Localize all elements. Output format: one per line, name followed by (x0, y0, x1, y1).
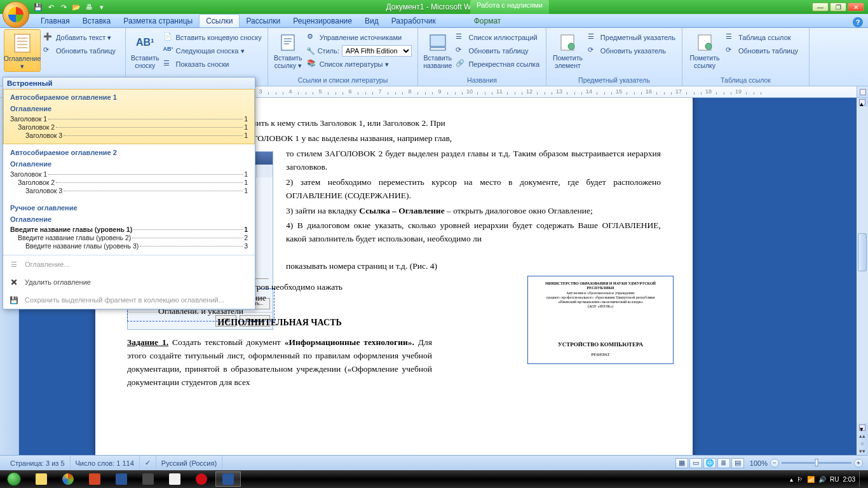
update-index-button[interactable]: ⟳Обновить указатель (585, 44, 678, 57)
taskbar-app-opera[interactable] (189, 471, 214, 487)
tab-view[interactable]: Вид (358, 15, 385, 27)
redo-icon[interactable]: ↷ (58, 2, 69, 12)
tray-network-icon[interactable]: 📶 (807, 476, 815, 483)
group-label-authorities: Таблица ссылок (682, 75, 809, 85)
contextual-tab-title: Работа с надписями (470, 0, 549, 14)
mark-entry-icon (557, 32, 578, 53)
doc-paragraph: Задание 1. Создать текстовый документ «И… (127, 336, 432, 390)
view-draft[interactable]: ▤ (731, 458, 744, 468)
gallery-item-auto1[interactable]: Автособираемое оглавление 1 Оглавление З… (3, 89, 255, 144)
toa-icon: ☰ (726, 32, 736, 43)
next-page-button[interactable]: ▾▾ (859, 448, 865, 454)
insert-toa-button[interactable]: ☰Таблица ссылок (723, 31, 801, 44)
custom-toc-menuitem[interactable]: ☰Оглавление... (3, 255, 255, 273)
print-icon[interactable]: 🖶 (84, 2, 94, 12)
toc-dropdown-button[interactable]: Оглавление▾ (4, 29, 41, 72)
group-label-captions: Названия (418, 75, 546, 85)
tab-review[interactable]: Рецензирование (287, 15, 358, 27)
show-notes-button[interactable]: ☰Показать сноски (161, 58, 264, 71)
update-toa-button[interactable]: ⟳Обновить таблицу (723, 44, 801, 57)
status-page[interactable]: Страница: 3 из 5 (5, 456, 71, 470)
tab-developer[interactable]: Разработчик (385, 15, 442, 27)
toc-dialog-icon: ☰ (8, 259, 20, 270)
tray-expand-icon[interactable]: ▴ (790, 476, 793, 483)
maximize-button[interactable]: ❐ (830, 3, 846, 11)
browse-object-button[interactable]: ○ (859, 440, 865, 447)
tab-format[interactable]: Формат (468, 15, 508, 27)
quick-print-icon[interactable]: ▾ (97, 2, 107, 12)
mark-entry-button[interactable]: Пометить элемент (550, 29, 585, 71)
scroll-down-button[interactable]: ▾ (859, 424, 865, 431)
delete-icon: 🗙 (8, 276, 20, 288)
taskbar-app-paint[interactable] (162, 471, 187, 487)
mark-citation-button[interactable]: Пометить ссылку (686, 29, 723, 71)
zoom-out-button[interactable]: − (770, 459, 779, 468)
taskbar-running-word[interactable] (215, 471, 241, 487)
minimize-button[interactable]: — (812, 3, 829, 11)
save-selection-menuitem[interactable]: 💾Сохранить выделенный фрагмент в коллекц… (3, 291, 255, 309)
view-print-layout[interactable]: ▦ (675, 458, 688, 468)
tab-mailings[interactable]: Рассылки (240, 15, 287, 27)
show-desktop-button[interactable] (859, 471, 864, 487)
view-outline[interactable]: ≣ (717, 458, 730, 468)
tray-flag-icon[interactable]: 🏳 (797, 476, 803, 483)
update-toc-button[interactable]: ⟳Обновить таблицу (41, 44, 118, 57)
zoom-in-button[interactable]: + (854, 459, 863, 468)
bibliography-button[interactable]: 📚Список литературы ▾ (304, 58, 414, 71)
taskbar-app-chrome[interactable] (55, 471, 81, 487)
ribbon-tabs: Главная Вставка Разметка страницы Ссылки… (0, 14, 868, 28)
mark-citation-icon (695, 32, 715, 53)
status-language[interactable]: Русский (Россия) (156, 456, 222, 470)
insert-footnote-button[interactable]: AB¹ Вставить сноску (130, 29, 161, 71)
zoom-label[interactable]: 100% (750, 459, 768, 467)
table-of-figures-button[interactable]: ☰Список иллюстраций (453, 31, 542, 44)
insert-citation-button[interactable]: Вставить ссылку ▾ (272, 29, 304, 71)
scroll-track[interactable] (857, 107, 868, 423)
statusbar: Страница: 3 из 5 Число слов: 1 114 ✓ Рус… (0, 455, 868, 470)
citation-style-row: 🔧 Стиль: APA Fifth Edition (304, 44, 414, 57)
add-text-button[interactable]: ➕Добавить текст ▾ (41, 31, 118, 44)
office-button[interactable] (3, 1, 29, 28)
taskbar-app-powerpoint[interactable] (82, 471, 107, 487)
taskbar-app-word[interactable] (109, 471, 134, 487)
tab-references[interactable]: Ссылки (199, 14, 240, 27)
insert-endnote-button[interactable]: 📄Вставить концевую сноску (161, 31, 264, 44)
close-button[interactable]: ✕ (848, 3, 864, 11)
tray-lang[interactable]: RU (830, 476, 839, 483)
view-web-layout[interactable]: 🌐 (703, 458, 716, 468)
scroll-up-button[interactable]: ▴ (859, 99, 865, 105)
prev-page-button[interactable]: ▴▴ (859, 433, 865, 439)
insert-caption-button[interactable]: Вставить название (422, 29, 453, 71)
insert-index-button[interactable]: ☰Предметный указатель (585, 31, 678, 44)
help-button[interactable]: ? (853, 17, 863, 27)
undo-icon[interactable]: ↶ (46, 2, 56, 12)
tab-insert[interactable]: Вставка (76, 15, 118, 27)
zoom-slider[interactable] (782, 462, 851, 464)
tab-page-layout[interactable]: Разметка страницы (117, 15, 199, 27)
svg-point-11 (705, 43, 712, 50)
tray-volume-icon[interactable]: 🔊 (818, 476, 826, 483)
crossref-icon: 🔗 (456, 59, 466, 69)
vertical-scrollbar[interactable]: ▴ ▾ ▴▴ ○ ▾▾ (857, 98, 868, 455)
update-captions-button[interactable]: ⟳Обновить таблицу (453, 44, 542, 57)
cross-reference-button[interactable]: 🔗Перекрестная ссылка (453, 58, 542, 71)
status-word-count[interactable]: Число слов: 1 114 (71, 456, 140, 470)
next-footnote-button[interactable]: AB¹Следующая сноска ▾ (161, 44, 264, 57)
citation-style-select[interactable]: APA Fifth Edition (342, 45, 412, 57)
start-button[interactable] (0, 470, 28, 488)
scroll-thumb[interactable] (858, 233, 867, 271)
svg-point-9 (568, 43, 574, 50)
status-spellcheck[interactable]: ✓ (140, 456, 156, 470)
manage-sources-button[interactable]: ⚙Управление источниками (304, 31, 414, 44)
save-icon[interactable]: 💾 (33, 2, 43, 12)
open-icon[interactable]: 📂 (71, 2, 81, 12)
gallery-item-auto2[interactable]: Автособираемое оглавление 2 Оглавление З… (3, 144, 255, 200)
ruler-toggle[interactable] (857, 86, 868, 97)
gallery-item-manual[interactable]: Ручное оглавление Оглавление Введите наз… (3, 200, 255, 255)
remove-toc-menuitem[interactable]: 🗙Удалить оглавление (3, 273, 255, 291)
taskbar-app-explorer[interactable] (29, 471, 54, 487)
tray-clock[interactable]: 2:03 (843, 476, 855, 483)
view-full-screen[interactable]: ▭ (689, 458, 702, 468)
taskbar-app-calc[interactable] (135, 471, 161, 487)
tab-home[interactable]: Главная (34, 15, 76, 27)
